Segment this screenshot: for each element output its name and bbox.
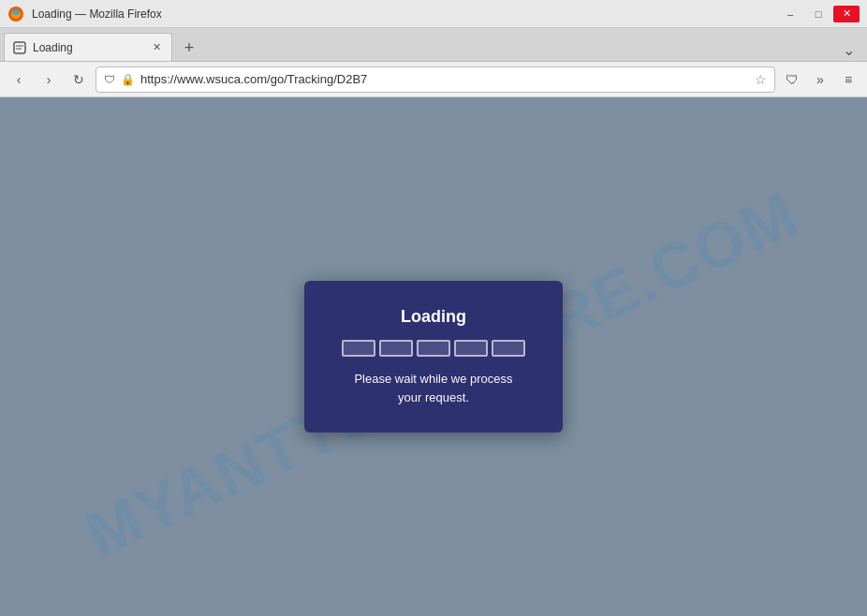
nav-bar: ‹ › ↻ 🛡 🔒 ☆ 🛡 » ≡	[0, 62, 867, 97]
progress-segment-5	[492, 340, 525, 357]
lock-icon: 🔒	[121, 73, 135, 86]
url-input[interactable]	[140, 72, 749, 86]
firefox-logo-icon	[7, 6, 24, 22]
progress-segment-1	[342, 340, 375, 357]
progress-segment-3	[417, 340, 450, 357]
progress-bar	[342, 340, 525, 357]
progress-segment-2	[379, 340, 413, 357]
svg-point-2	[12, 9, 20, 15]
loading-dialog: Loading Please wait while we process you…	[304, 281, 563, 433]
dialog-message-line2: your request.	[398, 390, 469, 404]
address-bar[interactable]: 🛡 🔒 ☆	[96, 66, 775, 93]
tab-label: Loading	[33, 41, 143, 54]
menu-button[interactable]: ≡	[835, 66, 861, 93]
title-bar-left: Loading — Mozilla Firefox	[7, 6, 162, 22]
bookmark-button[interactable]: ☆	[755, 72, 767, 87]
minimize-button[interactable]: –	[777, 6, 803, 22]
active-tab[interactable]: Loading ✕	[4, 33, 172, 61]
svg-rect-3	[14, 42, 25, 53]
window-title: Loading — Mozilla Firefox	[32, 7, 162, 21]
maximize-button[interactable]: □	[805, 6, 831, 22]
forward-button[interactable]: ›	[36, 66, 62, 93]
tab-list-button[interactable]: ⌄	[837, 38, 860, 61]
tab-bar: Loading ✕ + ⌄	[0, 28, 867, 62]
tab-close-button[interactable]: ✕	[149, 40, 164, 55]
dialog-message: Please wait while we process your reques…	[354, 370, 512, 406]
extensions-button[interactable]: »	[807, 66, 833, 93]
title-bar-controls: – □ ✕	[777, 6, 860, 22]
title-bar: Loading — Mozilla Firefox – □ ✕	[0, 0, 867, 28]
tracking-protection-icon: 🛡	[104, 73, 115, 86]
tab-icon	[12, 40, 27, 55]
close-button[interactable]: ✕	[833, 6, 860, 22]
progress-segment-4	[454, 340, 488, 357]
back-button[interactable]: ‹	[6, 66, 32, 93]
dialog-message-line1: Please wait while we process	[354, 372, 512, 386]
nav-right-buttons: 🛡 » ≡	[779, 66, 861, 93]
reload-button[interactable]: ↻	[66, 66, 92, 93]
tab-bar-right: ⌄	[202, 38, 863, 61]
new-tab-button[interactable]: +	[176, 35, 202, 61]
firefox-account-button[interactable]: 🛡	[779, 66, 805, 93]
page-content: MYANTTSPYWARE.COM Loading Please wait wh…	[0, 97, 867, 616]
dialog-title: Loading	[401, 307, 466, 327]
